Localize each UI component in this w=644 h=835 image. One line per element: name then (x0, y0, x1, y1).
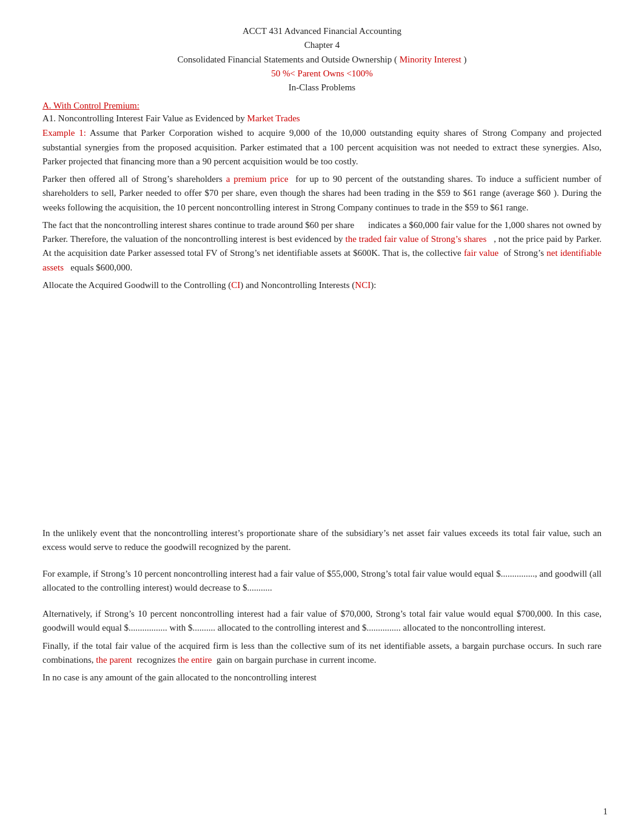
page-header: ACCT 431 Advanced Financial Accounting C… (42, 24, 602, 95)
page-number: 1 (603, 806, 608, 817)
para2-highlight: a premium price (226, 174, 289, 184)
paragraph2: Parker then offered all of Strong’s shar… (42, 172, 602, 215)
header-line3: Consolidated Financial Statements and Ou… (42, 53, 602, 67)
para4-prefix: Allocate the Acquired Goodwill to the Co… (42, 280, 231, 290)
section-a-title: A. With Control Premium: (42, 101, 602, 111)
example1-text: Assume that Parker Corporation wished to… (42, 128, 602, 166)
bottom-paragraph4: Finally, if the total fair value of the … (42, 639, 602, 668)
a1-highlight: Market Trades (247, 113, 300, 123)
paragraph4: Allocate the Acquired Goodwill to the Co… (42, 278, 602, 292)
bottom-para4-highlight1: the parent (96, 655, 132, 665)
para4-mid: ) and Noncontrolling Interests ( (240, 280, 355, 290)
header-line3-prefix: Consolidated Financial Statements and Ou… (177, 55, 399, 64)
header-line4: 50 %< Parent Owns <100% (42, 67, 602, 81)
example1-label: Example 1: (42, 128, 86, 138)
bottom-para4-suffix: gain on bargain purchase in current inco… (212, 655, 377, 665)
a1-prefix: A1. Noncontrolling Interest Fair Value a… (42, 113, 247, 123)
para4-suffix: ): (371, 280, 376, 290)
bottom-paragraph2: For example, if Strong’s 10 percent nonc… (42, 567, 602, 595)
bottom-paragraph5: In no case is any amount of the gain all… (42, 671, 602, 685)
header-line3-suffix: ) (461, 55, 467, 64)
header-line2: Chapter 4 (42, 38, 602, 52)
header-line3-highlight: Minority Interest (400, 55, 461, 64)
example1-paragraph: Example 1: Assume that Parker Corporatio… (42, 126, 602, 169)
para3-text2: of Strong’s (498, 248, 546, 258)
bottom-para4-highlight2: the entire (178, 655, 212, 665)
para2-prefix: Parker then offered all of Strong’s shar… (42, 174, 226, 184)
para4-nci: NCI (355, 280, 371, 290)
bottom-paragraph1: In the unlikely event that the noncontro… (42, 526, 602, 555)
blank-table-area (42, 296, 602, 526)
bottom-para4-mid: recognizes (132, 655, 178, 665)
paragraph3: The fact that the noncontrolling interes… (42, 218, 602, 275)
a1-title: A1. Noncontrolling Interest Fair Value a… (42, 113, 602, 124)
bottom-paragraph3: Alternatively, if Strong’s 10 percent no… (42, 607, 602, 635)
para4-ci: CI (231, 280, 240, 290)
header-line1: ACCT 431 Advanced Financial Accounting (42, 24, 602, 38)
header-line5: In-Class Problems (42, 81, 602, 95)
para3-highlight2: fair value (464, 248, 498, 258)
para3-highlight: the traded fair value of Strong’s shares (346, 234, 487, 244)
para3-text3: equals $600,000. (64, 263, 132, 272)
